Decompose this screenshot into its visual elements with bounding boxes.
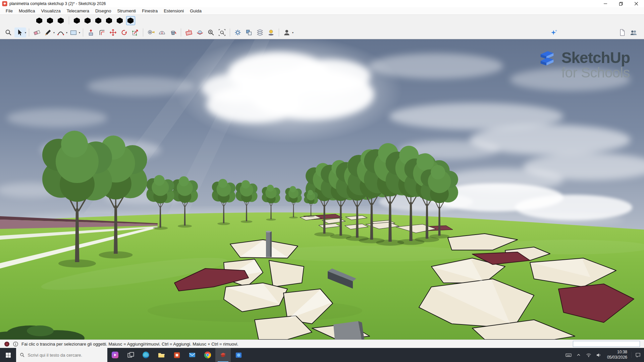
arc-icon[interactable] [56, 27, 66, 38]
start-button[interactable] [0, 348, 16, 362]
menu-modifica[interactable]: Modifica [16, 7, 38, 14]
shapes-tool[interactable]: ▾ [68, 27, 80, 38]
viewport-canvas[interactable]: SketchUp for Schools [0, 39, 644, 340]
volume-icon[interactable] [594, 348, 603, 362]
rotate-icon[interactable] [119, 27, 129, 38]
sketchup-icon [219, 351, 227, 359]
clock-time: 10:38 [607, 350, 627, 355]
taskbar-app-sketchup[interactable] [215, 348, 231, 362]
style-back-edges-icon[interactable] [46, 16, 55, 25]
chevron-down-icon[interactable]: ▾ [66, 31, 67, 34]
chevron-down-icon[interactable]: ▾ [79, 31, 80, 34]
new-document-icon[interactable] [617, 27, 627, 38]
scale-icon[interactable] [130, 27, 140, 38]
account-menu[interactable]: ▾ [282, 27, 293, 38]
chevron-down-icon[interactable]: ▾ [292, 31, 293, 34]
toolbar-separator [143, 28, 143, 37]
menu-estensioni[interactable]: Estensioni [161, 7, 187, 14]
toolbar-separator [230, 28, 230, 37]
menu-visualizza[interactable]: Visualizza [38, 7, 63, 14]
statusbar: Fai clic o trascina per selezionare gli … [0, 340, 644, 348]
sketchup-logo-glyph-icon [537, 48, 557, 67]
select-cursor-icon[interactable] [14, 27, 24, 38]
move-icon[interactable] [108, 27, 118, 38]
tape-measure-icon[interactable] [146, 27, 156, 38]
taskbar-app-task-view[interactable] [123, 348, 138, 362]
menu-strumenti[interactable]: Strumenti [114, 7, 139, 14]
notification-icon [635, 352, 641, 358]
windows-logo-icon [5, 352, 11, 358]
taskbar-app-office[interactable] [169, 348, 184, 362]
restore-button[interactable] [613, 0, 629, 7]
taskbar-search-input[interactable] [28, 353, 104, 358]
style-shaded-icon[interactable] [83, 16, 92, 25]
protractor-icon[interactable] [157, 27, 167, 38]
touch-keyboard-icon[interactable] [564, 348, 573, 362]
taskbar-app-clipchamp[interactable] [107, 348, 123, 362]
tags-layers-icon[interactable] [255, 27, 265, 38]
style-active-icon[interactable] [126, 16, 135, 25]
style-wireframe-icon[interactable] [56, 16, 65, 25]
push-pull-icon[interactable] [86, 27, 96, 38]
toolbar-separator [83, 28, 83, 37]
settings-gear-icon[interactable] [233, 27, 243, 38]
menu-file[interactable]: File [3, 7, 16, 14]
pencil-icon[interactable] [43, 27, 53, 38]
menu-telecamera[interactable]: Telecamera [64, 7, 92, 14]
account-person-icon[interactable] [282, 27, 292, 38]
action-center-button[interactable] [631, 352, 644, 358]
taskbar-clock[interactable]: 10:38 05/03/2026 [604, 350, 630, 360]
taskbar-app-mail[interactable] [184, 348, 200, 362]
orbit-icon[interactable] [195, 27, 205, 38]
taskbar-app-edge[interactable] [138, 348, 154, 362]
toolbar-separator [181, 28, 181, 37]
chevron-down-icon[interactable]: ▾ [53, 31, 55, 34]
style-shaded-textures-icon[interactable] [94, 16, 103, 25]
section-plane-icon[interactable] [184, 27, 194, 38]
search-icon [20, 352, 25, 358]
style-monochrome-icon[interactable] [105, 16, 114, 25]
measurements-input[interactable] [573, 341, 640, 347]
tray-chevron-up-icon[interactable] [574, 348, 583, 362]
style-perspective-icon[interactable] [115, 16, 124, 25]
components-icon[interactable] [244, 27, 254, 38]
eraser-tool-icon[interactable] [32, 27, 42, 38]
clipchamp-icon [111, 351, 119, 359]
arc-tool[interactable]: ▾ [56, 27, 67, 38]
menu-guida[interactable]: Guida [187, 7, 205, 14]
taskbar-search[interactable] [16, 348, 107, 362]
geolocation-icon[interactable] [4, 341, 10, 347]
window-title: planimetria completa sketchup 3 (2)* - S… [9, 1, 106, 6]
style-hidden-line-icon[interactable] [72, 16, 82, 25]
paint-bucket-icon[interactable] [168, 27, 178, 38]
menu-disegno[interactable]: Disegno [92, 7, 114, 14]
taskbar-app-photos[interactable] [231, 348, 246, 362]
minimize-button[interactable] [598, 0, 613, 7]
network-icon[interactable] [584, 348, 593, 362]
sketchup-window: planimetria completa sketchup 3 (2)* - S… [0, 0, 644, 362]
collaboration-people-icon[interactable] [629, 27, 639, 38]
menu-finestra[interactable]: Finestra [139, 7, 161, 14]
zoom-extents-icon[interactable] [217, 27, 227, 38]
chevron-down-icon[interactable]: ▾ [25, 31, 26, 34]
taskbar-app-chrome[interactable] [200, 348, 215, 362]
shadows-icon[interactable] [266, 27, 276, 38]
task-view-icon [127, 351, 135, 359]
ai-assistant-icon[interactable] [549, 27, 559, 38]
window-controls [598, 0, 644, 7]
sketchup-for-schools-logo: SketchUp for Schools [537, 48, 630, 81]
taskbar-app-file-explorer[interactable] [154, 348, 169, 362]
offset-icon[interactable] [97, 27, 107, 38]
info-icon[interactable] [13, 341, 18, 347]
style-xray-icon[interactable] [35, 16, 44, 25]
line-tool[interactable]: ▾ [43, 27, 55, 38]
close-button[interactable] [629, 0, 644, 7]
select-tool[interactable]: ▾ [14, 27, 26, 38]
photos-icon [235, 351, 243, 359]
zoom-icon[interactable] [206, 27, 216, 38]
search-tool-icon[interactable] [3, 27, 13, 38]
toolbar-far-right-group [617, 27, 641, 38]
titlebar: planimetria completa sketchup 3 (2)* - S… [0, 0, 644, 7]
system-tray: 10:38 05/03/2026 [564, 348, 644, 362]
rectangle-icon[interactable] [68, 27, 78, 38]
